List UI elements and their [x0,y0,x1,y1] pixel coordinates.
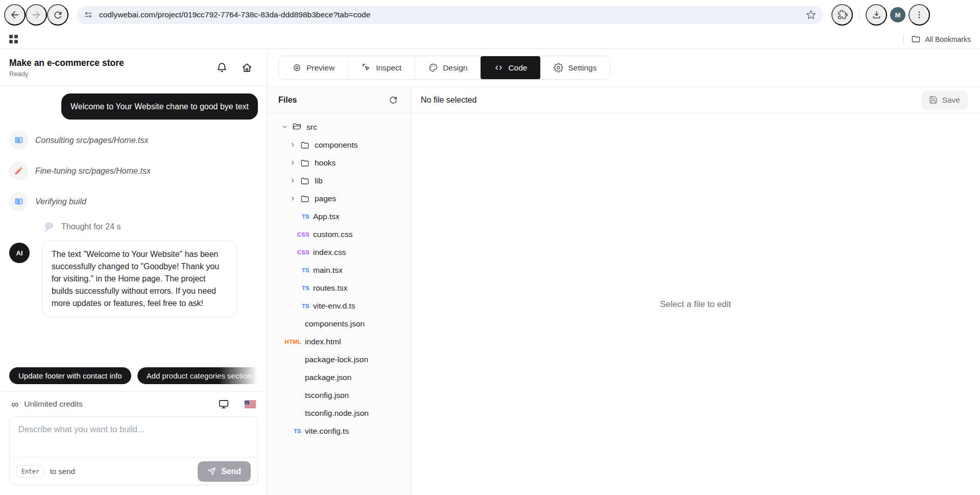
book-icon [9,192,28,211]
url-bar[interactable]: codlywebai.com/project/019cc792-7764-738… [77,6,823,24]
floppy-save-icon [929,96,938,104]
refresh-files-button[interactable] [389,96,398,105]
reload-icon [53,10,63,20]
home-icon [241,62,253,74]
thought-summary[interactable]: Thought for 24 s [44,221,258,232]
file-name: routes.tsx [313,284,347,293]
desktop-preview-button[interactable] [218,398,229,410]
chat-thread: Welcome to Your Website chane to good by… [0,86,267,391]
browser-toolbar: codlywebai.com/project/019cc792-7764-738… [0,0,980,30]
browser-menu-button[interactable] [909,4,930,26]
ai-message-bubble: The text "Welcome to Your Website" has b… [42,241,237,317]
folder-icon [300,158,309,168]
file-name: pages [315,194,336,203]
tab-preview[interactable]: Preview [279,56,348,79]
chat-sidebar: Make an e-commerce store Ready Welcome t… [0,49,268,495]
file-name: hooks [315,158,336,168]
folder-icon [300,194,309,203]
bookmark-star-icon[interactable] [806,10,816,20]
tree-item-custom.css[interactable]: CSScustom.css [268,225,411,243]
file-name: components.json [305,319,365,328]
download-icon [871,10,882,20]
tab-design[interactable]: Design [415,56,481,79]
file-name: lib [315,176,323,185]
composer-section: ∞ Unlimited credits Describe what you wa… [0,391,267,495]
agent-step-label: Fine-tuning src/pages/Home.tsx [35,167,151,176]
tab-settings[interactable]: Settings [540,56,610,79]
app-frame: Make an e-commerce store Ready Welcome t… [0,49,980,495]
folder-icon [300,176,309,185]
forward-button[interactable] [26,4,47,26]
file-type-badge: TS [289,285,309,291]
grid-icon [9,35,18,43]
tab-label: Preview [306,63,334,73]
empty-state-text: Select a file to edit [660,299,731,310]
all-bookmarks-button[interactable]: All Bookmarks [911,34,971,44]
editor-title: No file selected [421,96,921,105]
credits-row: ∞ Unlimited credits [9,392,258,416]
tree-item-main.tsx[interactable]: TSmain.tsx [268,261,411,279]
profile-avatar[interactable]: M [890,7,905,22]
file-type-badge: TS [281,428,301,434]
tree-item-package-lock.json[interactable]: package-lock.json [268,350,411,368]
file-type-badge: CSS [289,249,309,255]
tree-item-package.json[interactable]: package.json [268,368,411,386]
tree-item-pages[interactable]: pages [268,190,411,207]
prompt-input-footer: Enter to send Send [10,457,257,485]
agent-step-label: Consulting src/pages/Home.tsx [35,136,148,145]
site-info-icon[interactable] [84,10,93,19]
file-name: vite.config.ts [305,427,349,436]
tree-item-tsconfig.node.json[interactable]: tsconfig.node.json [268,404,411,422]
notifications-button[interactable] [216,62,228,74]
file-name: index.css [313,248,346,257]
design-icon [428,63,438,73]
tree-item-components.json[interactable]: components.json [268,315,411,333]
files-title: Files [278,96,389,105]
tree-item-lib[interactable]: lib [268,172,411,190]
tree-item-App.tsx[interactable]: TSApp.tsx [268,207,411,225]
tab-label: Settings [568,63,596,73]
tab-groups-button[interactable] [9,35,18,43]
suggestion-chip[interactable]: Update footer with contact info [9,367,131,384]
tree-item-index.css[interactable]: CSSindex.css [268,243,411,261]
code-view: Files srccomponentshookslibpagesTSApp.ts… [268,86,980,495]
downloads-button[interactable] [866,4,887,26]
tree-item-hooks[interactable]: hooks [268,154,411,172]
agent-step: Fine-tuning src/pages/Home.tsx [9,161,258,180]
save-label: Save [942,96,960,105]
suggestion-chip[interactable]: Add product categories section [137,367,261,384]
inspect-icon [362,63,371,73]
tree-item-index.html[interactable]: HTMLindex.html [268,333,411,350]
extensions-puzzle-icon [837,10,848,20]
folder-open-icon [292,122,301,132]
chevron-down-icon [281,124,288,130]
file-type-badge: TS [289,214,309,220]
send-button[interactable]: Send [198,461,251,482]
tree-item-vite.config.ts[interactable]: TSvite.config.ts [268,422,411,440]
tree-item-components[interactable]: components [268,136,411,154]
prompt-input[interactable]: Describe what you want to build... [10,417,257,457]
reload-button[interactable] [47,4,68,26]
back-button[interactable] [4,4,26,26]
tree-item-vite-env.d.ts[interactable]: TSvite-env.d.ts [268,297,411,315]
profile-avatar-initial: M [890,7,905,22]
tab-inspect[interactable]: Inspect [348,56,415,79]
extensions-button[interactable] [831,4,853,26]
save-button[interactable]: Save [921,90,968,110]
file-type-badge: CSS [289,231,309,238]
tree-item-src[interactable]: src [268,118,411,136]
agent-steps: Consulting src/pages/Home.tsxFine-tuning… [9,131,258,211]
file-type-badge: TS [289,267,309,273]
home-button[interactable] [241,62,253,74]
tree-item-routes.tsx[interactable]: TSroutes.tsx [268,279,411,297]
tab-code[interactable]: Code [481,56,540,79]
pencil-icon [9,161,28,180]
language-flag-button[interactable] [245,400,256,408]
file-name: components [315,140,357,150]
refresh-icon [389,96,398,105]
view-tabs: PreviewInspectDesignCodeSettings [278,56,610,80]
url-text[interactable]: codlywebai.com/project/019cc792-7764-738… [99,10,802,19]
book-icon [9,131,28,150]
infinity-icon: ∞ [11,399,18,409]
tree-item-tsconfig.json[interactable]: tsconfig.json [268,386,411,404]
